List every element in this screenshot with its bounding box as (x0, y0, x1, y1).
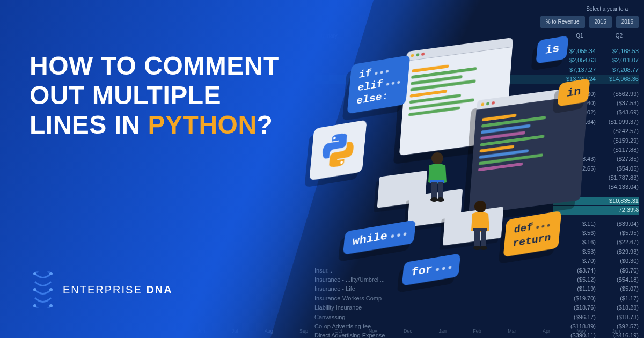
python-logo-icon (317, 128, 358, 172)
svg-point-19 (480, 246, 487, 250)
svg-rect-10 (431, 182, 437, 199)
python-logo-card (309, 120, 367, 180)
svg-point-12 (430, 197, 438, 202)
title-accent: PYTHON (148, 111, 257, 139)
svg-rect-17 (481, 231, 486, 247)
svg-point-5 (49, 304, 53, 307)
person-green-shirt (419, 150, 456, 211)
dna-icon (30, 271, 56, 308)
svg-point-18 (473, 246, 481, 250)
svg-rect-16 (474, 231, 480, 247)
keyword-card-if-elif-else: if elif else: (347, 55, 411, 114)
svg-rect-11 (438, 182, 443, 199)
svg-point-13 (437, 197, 444, 202)
keyword-card-for: for (402, 253, 461, 286)
enterprise-dna-logo: ENTERPRISE DNA (30, 271, 173, 308)
person-yellow-shirt (462, 199, 499, 260)
svg-point-2 (33, 288, 36, 291)
title-line-3: LINES IN PYTHON? (30, 110, 279, 139)
title-line-2: OUT MULTIPLE (30, 80, 279, 110)
svg-point-0 (33, 272, 36, 275)
svg-point-4 (33, 304, 36, 307)
svg-point-8 (431, 152, 443, 164)
isometric-illustration: if elif else: is in (279, 43, 612, 300)
svg-point-14 (474, 201, 486, 212)
title-line-1: HOW TO COMMENT (30, 51, 279, 80)
main-title: HOW TO COMMENT OUT MULTIPLE LINES IN PYT… (30, 51, 279, 140)
svg-point-3 (49, 288, 53, 291)
svg-point-1 (49, 272, 53, 275)
logo-text: ENTERPRISE DNA (63, 284, 173, 296)
